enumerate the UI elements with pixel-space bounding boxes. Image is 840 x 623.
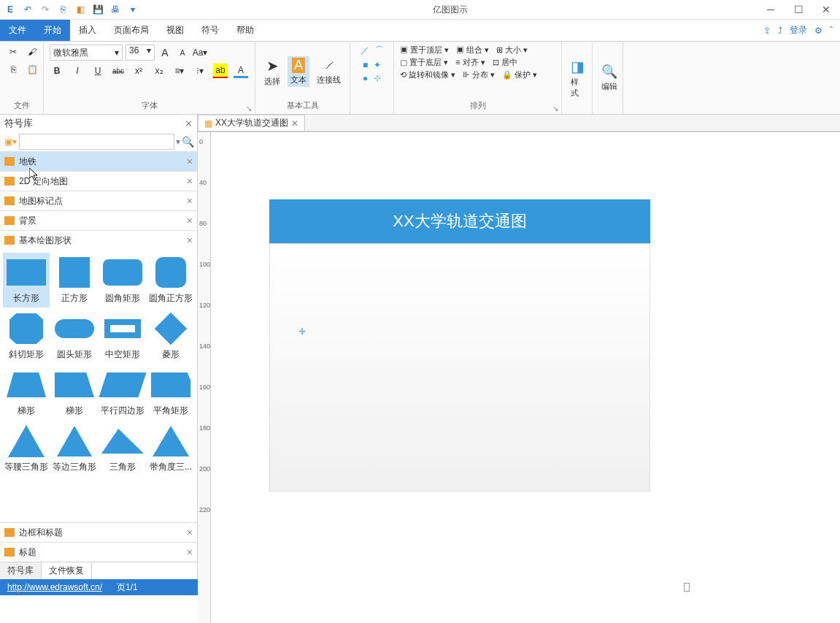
minimize-button[interactable]: ─	[760, 4, 782, 15]
size-button[interactable]: ⊞ 大小 ▾	[496, 45, 528, 56]
category-1[interactable]: 2D 定向地图×	[0, 171, 197, 191]
tab-symbol-lib[interactable]: 符号库	[0, 562, 42, 579]
shapes-panel[interactable]: 长方形正方形圆角矩形圆角正方形斜切矩形圆头矩形中空矩形菱形梯形梯形平行四边形平角…	[0, 250, 197, 522]
diagram-title-box[interactable]: XX大学轨道交通图	[269, 199, 650, 243]
superscript-icon[interactable]: x²	[131, 64, 146, 78]
shape-item-10[interactable]: 平行四边形	[99, 365, 146, 420]
close-button[interactable]: ✕	[815, 4, 837, 15]
shape-item-7[interactable]: 菱形	[147, 309, 194, 364]
maximize-button[interactable]: ☐	[787, 4, 809, 15]
redo-icon[interactable]: ↷	[38, 2, 53, 17]
search-dropdown-icon[interactable]: ▾	[176, 137, 180, 147]
login-link[interactable]: 登录	[790, 24, 807, 37]
ellipse-shape-icon[interactable]: ●	[363, 73, 368, 83]
rotate-button[interactable]: ⟲ 旋转和镜像 ▾	[400, 69, 455, 80]
share-icon[interactable]: ⇪	[763, 26, 771, 36]
category-close-icon[interactable]: ×	[187, 546, 193, 558]
line-spacing-icon[interactable]: ≡▾	[172, 64, 187, 78]
save-icon[interactable]: 💾	[90, 2, 105, 17]
subscript-icon[interactable]: x₂	[152, 64, 166, 78]
cloud-icon[interactable]: ⤴	[778, 26, 782, 36]
category-0[interactable]: 地铁×	[0, 151, 197, 171]
palette-icon[interactable]: ◧	[73, 2, 88, 17]
shape-item-15[interactable]: 带角度三...	[147, 421, 194, 476]
copy-icon[interactable]: ⎘	[6, 62, 20, 77]
shrink-font-icon[interactable]: A	[175, 45, 190, 60]
category-close-icon[interactable]: ×	[187, 234, 193, 246]
undo-icon[interactable]: ↶	[20, 2, 35, 17]
category-close-icon[interactable]: ×	[187, 175, 193, 187]
shape-item-5[interactable]: 圆头矩形	[51, 309, 98, 364]
rect-shape-icon[interactable]: ■	[363, 60, 368, 70]
tab-file-recovery[interactable]: 文件恢复	[42, 562, 92, 579]
bullets-icon[interactable]: ⁝▾	[193, 64, 207, 78]
collapse-ribbon-icon[interactable]: ˆ	[830, 26, 833, 36]
category-close-icon[interactable]: ×	[187, 156, 193, 167]
gear-icon[interactable]: ⚙	[814, 26, 822, 36]
sidebar-close-icon[interactable]: ✕	[185, 118, 193, 129]
shape-item-6[interactable]: 中空矩形	[99, 309, 146, 364]
print-icon[interactable]: 🖶	[108, 2, 123, 17]
category-close-icon[interactable]: ×	[187, 527, 193, 538]
ruler-vertical[interactable]: 04080100120140160180200220	[198, 132, 211, 623]
document-tab-close-icon[interactable]: ✕	[291, 118, 298, 129]
tab-home[interactable]: 开始	[35, 20, 70, 41]
shape-item-13[interactable]: 等边三角形	[51, 421, 98, 476]
style-button[interactable]: ◨样式	[568, 56, 587, 100]
paste-icon[interactable]: 📋	[25, 62, 39, 77]
line-shape-icon[interactable]: ／	[361, 45, 369, 57]
strike-button[interactable]: abc	[111, 64, 126, 78]
star-shape-icon[interactable]: ✦	[374, 60, 381, 70]
font-dialog-launcher-icon[interactable]: ↘	[246, 104, 252, 112]
tab-layout[interactable]: 页面布局	[105, 20, 158, 41]
grow-font-icon[interactable]: A	[158, 45, 172, 60]
tab-insert[interactable]: 插入	[70, 20, 105, 41]
shape-item-1[interactable]: 正方形	[51, 253, 98, 307]
text-tool[interactable]: A文本	[288, 56, 309, 87]
align-button[interactable]: ≡ 对齐 ▾	[455, 57, 485, 68]
underline-button[interactable]: U	[90, 64, 105, 78]
shape-item-0[interactable]: 长方形	[3, 253, 50, 307]
category-close-icon[interactable]: ×	[187, 195, 193, 207]
font-color-icon[interactable]: A	[234, 64, 248, 78]
tab-help[interactable]: 帮助	[228, 20, 263, 41]
export-icon[interactable]: ⎘	[55, 2, 70, 17]
distribute-button[interactable]: ⊪ 分布 ▾	[463, 69, 495, 80]
connector-tool[interactable]: ⟋连接线	[314, 56, 344, 87]
document-tab[interactable]: ▦ XX大学轨道交通图 ✕	[198, 115, 305, 131]
shape-item-8[interactable]: 梯形	[3, 365, 50, 420]
diagram-main-box[interactable]	[269, 243, 650, 492]
protect-button[interactable]: 🔒 保护 ▾	[502, 69, 537, 80]
arrange-dialog-launcher-icon[interactable]: ↘	[552, 104, 558, 112]
category-close-icon[interactable]: ×	[187, 215, 193, 226]
change-case-icon[interactable]: Aa▾	[193, 45, 207, 60]
category-4[interactable]: 基本绘图形状×	[0, 230, 197, 250]
shape-item-2[interactable]: 圆角矩形	[99, 253, 146, 307]
center-button[interactable]: ⊡ 居中	[493, 57, 517, 68]
search-icon[interactable]: 🔍	[182, 136, 194, 148]
status-url[interactable]: http://www.edrawsoft.cn/	[7, 582, 102, 592]
shape-item-11[interactable]: 平角矩形	[147, 365, 194, 420]
group-button[interactable]: ▣ 组合 ▾	[456, 45, 489, 56]
shape-item-14[interactable]: 三角形	[99, 421, 146, 476]
shape-item-4[interactable]: 斜切矩形	[3, 309, 50, 364]
canvas[interactable]: XX大学轨道交通图 ✛	[211, 132, 840, 623]
select-tool[interactable]: ➤选择	[261, 56, 283, 88]
category-2[interactable]: 地图标记点×	[0, 191, 197, 210]
search-input[interactable]	[19, 134, 174, 150]
format-painter-icon[interactable]: 🖌	[25, 45, 39, 59]
bring-front-button[interactable]: ▣ 置于顶层 ▾	[400, 45, 449, 56]
arc-shape-icon[interactable]: ⌒	[375, 45, 384, 57]
send-back-button[interactable]: ▢ 置于底层 ▾	[400, 57, 448, 68]
more-icon[interactable]: ▾	[126, 2, 140, 17]
category-3[interactable]: 背景×	[0, 210, 197, 230]
bold-button[interactable]: B	[50, 64, 64, 78]
library-icon[interactable]: ▣▾	[3, 134, 18, 149]
shape-item-3[interactable]: 圆角正方形	[147, 253, 194, 307]
shape-item-9[interactable]: 梯形	[51, 365, 98, 420]
italic-button[interactable]: I	[70, 64, 85, 78]
tab-view[interactable]: 视图	[158, 20, 193, 41]
font-size-combo[interactable]: 36▾	[126, 45, 155, 61]
shape-item-12[interactable]: 等腰三角形	[3, 421, 50, 476]
tab-symbol[interactable]: 符号	[193, 20, 228, 41]
